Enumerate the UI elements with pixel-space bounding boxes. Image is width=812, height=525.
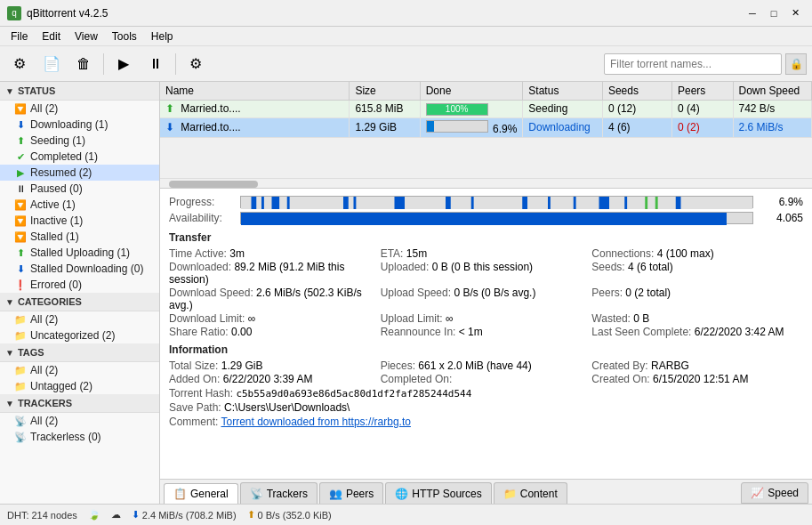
menu-view[interactable]: View (68, 28, 105, 44)
tab-general[interactable]: 📋 General (164, 483, 238, 504)
pieces-label: Pieces: (381, 359, 415, 372)
sidebar-item-downloading[interactable]: ⬇ Downloading (1) (0, 117, 159, 133)
torrent-name: ⬆ Married.to.... (160, 101, 350, 118)
inactive-label: Inactive (1) (30, 214, 154, 227)
detail-content: Progress: (160, 189, 812, 479)
h-scrollbar-thumb[interactable] (169, 181, 258, 188)
col-seeds[interactable]: Seeds (602, 82, 671, 101)
speed-icon: 📈 (751, 487, 764, 499)
tab-peers[interactable]: 👥 Peers (319, 482, 383, 504)
status-section-label: STATUS (18, 85, 55, 96)
sidebar-item-trackerless[interactable]: 📡 Trackerless (0) (0, 429, 159, 445)
window-controls: ─ □ ✕ (743, 4, 805, 23)
reannounce-value: < 1m (459, 326, 483, 338)
col-status[interactable]: Status (523, 82, 603, 101)
col-down-speed[interactable]: Down Speed (733, 82, 811, 101)
trackers-section-label: TRACKERS (18, 398, 72, 408)
status-arrow: ▼ (5, 86, 14, 96)
sidebar-item-tags-all[interactable]: 📁 All (2) (0, 362, 159, 378)
categories-section-header[interactable]: ▼ CATEGORIES (0, 293, 159, 311)
col-size[interactable]: Size (350, 82, 420, 101)
tags-section-header[interactable]: ▼ TAGS (0, 343, 159, 362)
progress-value: 6.9% (759, 196, 803, 208)
general-tab-icon: 📋 (173, 488, 187, 500)
svg-rect-10 (522, 197, 527, 209)
col-peers[interactable]: Peers (672, 82, 734, 101)
sidebar-item-stalled-downloading[interactable]: ⬇ Stalled Downloading (0) (0, 261, 159, 277)
trackers-all-icon: 📡 (14, 416, 27, 427)
tab-trackers[interactable]: 📡 Trackers (240, 482, 318, 504)
dht-status: DHT: 214 nodes (7, 510, 77, 521)
sidebar-item-all[interactable]: 🔽 All (2) (0, 101, 159, 117)
availability-row: Availability: 4.065 (169, 212, 803, 224)
lock-icon[interactable]: 🔒 (785, 53, 807, 75)
speed-button[interactable]: 📈 Speed (741, 482, 808, 504)
tab-http-sources[interactable]: 🌐 HTTP Sources (385, 482, 491, 504)
table-row[interactable]: ⬆ Married.to.... 615.8 MiB 100% (160, 101, 812, 118)
peers-value: 0 (2 total) (625, 287, 671, 299)
torrent-list: Name Size Done Status Seeds Peers Down S… (160, 82, 812, 189)
torrent-down-speed: 2.6 MiB/s (733, 117, 811, 137)
added-on-label: Added On: (169, 373, 220, 385)
sidebar-item-stalled[interactable]: 🔽 Stalled (1) (0, 229, 159, 245)
dl-arrow-icon: ⬇ (132, 509, 140, 521)
table-row[interactable]: ⬇ Married.to.... 1.29 GiB 6.9% (160, 117, 812, 137)
sidebar-item-completed[interactable]: ✔ Completed (1) (0, 149, 159, 165)
time-active-label: Time Active: (169, 247, 227, 260)
menu-file[interactable]: File (4, 28, 35, 44)
hash-row: Torrent Hash: c5b55a9d0a693e86d5ac80d1df… (169, 387, 803, 400)
trackers-tab-label: Trackers (267, 488, 308, 500)
sidebar-item-trackers-all[interactable]: 📡 All (2) (0, 413, 159, 429)
svg-rect-7 (395, 197, 406, 209)
torrent-status: Downloading (523, 117, 603, 137)
ul-limit-item: Upload Limit: ∞ (381, 312, 592, 325)
tab-content[interactable]: 📁 Content (494, 482, 567, 504)
sidebar-item-seeding[interactable]: ⬆ Seeding (1) (0, 133, 159, 149)
created-on-value: 6/15/2020 12:51 AM (653, 373, 748, 385)
h-scrollbar[interactable] (160, 178, 812, 189)
col-done[interactable]: Done (420, 82, 523, 101)
sidebar-item-untagged[interactable]: 📁 Untagged (2) (0, 378, 159, 394)
status-section-header[interactable]: ▼ STATUS (0, 82, 159, 101)
inactive-icon: 🔽 (14, 215, 27, 227)
maximize-button[interactable]: □ (764, 4, 784, 23)
connections-value: 4 (100 max) (657, 247, 714, 260)
menu-tools[interactable]: Tools (105, 28, 144, 44)
stalled-label: Stalled (1) (30, 230, 154, 243)
svg-rect-9 (471, 197, 474, 209)
progress-row: Progress: (169, 196, 803, 208)
svg-rect-1 (252, 197, 257, 209)
sidebar-item-paused[interactable]: ⏸ Paused (0) (0, 181, 159, 197)
pause-button[interactable]: ⏸ (141, 50, 170, 78)
resume-button[interactable]: ▶ (109, 50, 138, 78)
close-button[interactable]: ✕ (785, 4, 805, 23)
toolbar: ⚙ 📄 🗑 ▶ ⏸ ⚙ 🔒 (0, 46, 812, 82)
sidebar-item-uncategorized[interactable]: 📁 Uncategorized (2) (0, 327, 159, 343)
ul-arrow-icon: ⬆ (247, 509, 255, 521)
options-button[interactable]: ⚙ (5, 50, 34, 78)
sidebar-item-cat-all[interactable]: 📁 All (2) (0, 311, 159, 327)
sidebar-item-active[interactable]: 🔽 Active (1) (0, 197, 159, 213)
col-name[interactable]: Name (160, 82, 350, 101)
paused-label: Paused (0) (30, 182, 154, 195)
sidebar-item-resumed[interactable]: ▶ Resumed (2) (0, 165, 159, 181)
info-section: Information Total Size: 1.29 GiB Pieces:… (169, 343, 803, 428)
pieces-item: Pieces: 661 x 2.0 MiB (have 44) (381, 359, 592, 372)
filter-input[interactable] (604, 53, 782, 75)
sidebar-item-stalled-uploading[interactable]: ⬆ Stalled Uploading (1) (0, 245, 159, 261)
menu-help[interactable]: Help (144, 28, 181, 44)
sidebar-item-inactive[interactable]: 🔽 Inactive (1) (0, 213, 159, 229)
settings-button[interactable]: ⚙ (181, 50, 210, 78)
progress-bar-fill (427, 121, 434, 132)
sidebar-item-errored[interactable]: ❗ Errored (0) (0, 277, 159, 293)
trackers-section-header[interactable]: ▼ TRACKERS (0, 394, 159, 413)
created-on-item: Created On: 6/15/2020 12:51 AM (591, 373, 803, 385)
eta-item: ETA: 15m (381, 247, 592, 260)
availability-bar (241, 213, 727, 225)
minimize-button[interactable]: ─ (743, 4, 762, 23)
delete-button[interactable]: 🗑 (69, 50, 98, 78)
menu-edit[interactable]: Edit (35, 28, 68, 44)
categories-section-label: CATEGORIES (18, 296, 82, 307)
add-torrent-button[interactable]: 📄 (37, 50, 66, 78)
connections-item: Connections: 4 (100 max) (591, 247, 803, 260)
